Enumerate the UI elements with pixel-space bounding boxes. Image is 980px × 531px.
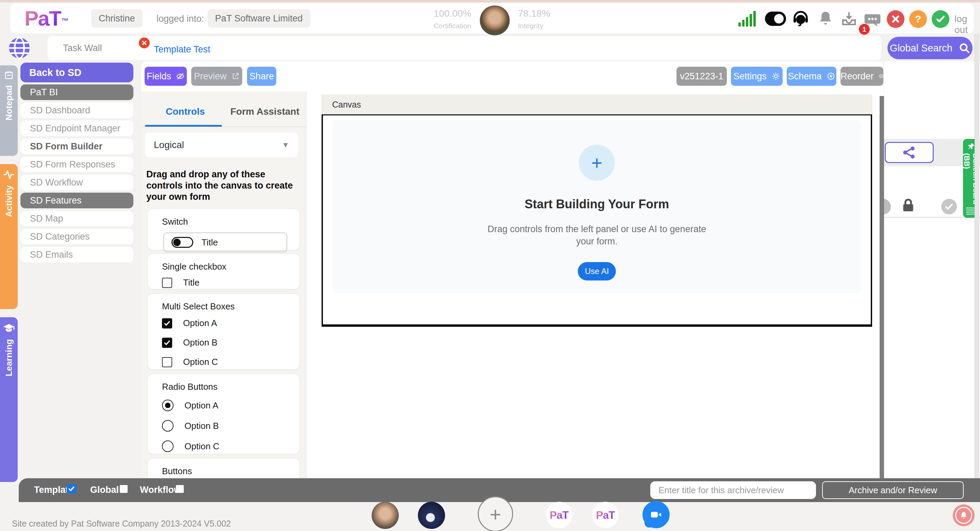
tab-task-wall[interactable]: Task Wall: [63, 43, 102, 53]
sidebar-item-sd-emails[interactable]: SD Emails: [21, 247, 134, 262]
sidebar-item-sd-form-responses[interactable]: SD Form Responses: [21, 156, 134, 172]
eye-icon: [878, 72, 883, 81]
schema-button[interactable]: Schema: [787, 67, 837, 86]
use-ai-button[interactable]: Use AI: [578, 262, 616, 281]
checkbox-checked[interactable]: [162, 318, 172, 328]
workflow-checkbox[interactable]: [176, 485, 184, 493]
back-to-sd-button[interactable]: Back to SD: [21, 63, 134, 82]
edge-tab-notepad[interactable]: Notepad: [0, 65, 18, 156]
certification-label: Certification: [403, 22, 471, 30]
canvas-drop-area[interactable]: + Start Building Your Form Drag controls…: [332, 120, 861, 293]
support-headset-icon[interactable]: [791, 10, 810, 29]
radio-unselected[interactable]: [162, 420, 173, 432]
tab-form-assistant[interactable]: Form Assistant: [231, 106, 299, 117]
tab-controls[interactable]: Controls: [166, 106, 205, 117]
control-card-switch[interactable]: Switch Title: [147, 209, 300, 250]
category-dropdown[interactable]: Logical ▼: [145, 133, 298, 157]
control-card-title: Buttons: [162, 466, 299, 477]
drag-drop-hint: Drag and drop any of these controls into…: [146, 169, 296, 203]
edge-tab-learning[interactable]: Learning: [0, 317, 18, 482]
panel-splitter[interactable]: [880, 96, 884, 478]
checkbox-unchecked[interactable]: [162, 357, 172, 367]
video-chat-button[interactable]: [643, 501, 670, 528]
archive-title-input[interactable]: [650, 481, 816, 499]
global-search-button[interactable]: Global Search: [888, 37, 972, 59]
dark-mode-toggle[interactable]: [765, 11, 786, 26]
close-session-icon[interactable]: [887, 10, 904, 28]
archive-review-button[interactable]: Archive and/or Review: [822, 481, 964, 499]
top-accent-strip: [0, 0, 980, 2]
switch-title-label: Title: [202, 237, 218, 248]
globe-icon[interactable]: [8, 37, 30, 59]
dock-pat-logo-1[interactable]: PaT: [546, 502, 572, 528]
control-card-buttons[interactable]: Buttons: [147, 458, 300, 478]
option-label: Option C: [185, 441, 220, 452]
edge-tab-learning-label: Learning: [4, 339, 14, 376]
background-page-panel: [884, 61, 980, 478]
corner-notification-bell[interactable]: [953, 504, 975, 526]
canvas-subtext: Drag controls from the left panel or use…: [488, 223, 706, 248]
radio-unselected[interactable]: [162, 440, 173, 452]
settings-button[interactable]: Settings: [731, 67, 783, 86]
graduation-cap-icon: [3, 322, 15, 334]
checkbox-unchecked[interactable]: [162, 278, 172, 288]
control-card-title: Switch: [162, 217, 299, 227]
sidebar-item-sd-map[interactable]: SD Map: [21, 211, 134, 226]
add-control-plus-icon[interactable]: +: [579, 145, 615, 181]
logout-link[interactable]: log out: [955, 14, 974, 35]
status-ok-icon[interactable]: [932, 10, 950, 28]
option-label: Option C: [183, 357, 218, 367]
sidebar-item-pat-bi[interactable]: PaT BI: [21, 85, 134, 100]
checkbox-checked[interactable]: [162, 338, 172, 348]
sidebar-item-sd-dashboard[interactable]: SD Dashboard: [21, 102, 134, 118]
signal-bars-icon: [738, 11, 756, 27]
edge-tab-notepad-label: Notepad: [4, 85, 14, 121]
canvas-heading: Start Building Your Form: [525, 197, 669, 211]
video-camera-icon: [649, 508, 663, 521]
notifications-bell-icon[interactable]: [817, 10, 834, 29]
gear-icon: [772, 72, 780, 81]
option-label: Option B: [185, 421, 219, 431]
template-checkbox[interactable]: [67, 484, 76, 494]
dock-add-button[interactable]: +: [478, 496, 513, 531]
switch-toggle[interactable]: [172, 237, 193, 248]
chat-badge: 1: [859, 24, 870, 35]
control-card-title: Radio Buttons: [162, 381, 299, 392]
sidebar-item-sd-categories[interactable]: SD Categories: [21, 229, 134, 244]
workflow-checkbox-label: Workflow: [140, 485, 181, 495]
user-avatar[interactable]: [480, 5, 510, 35]
share-button[interactable]: Share: [247, 67, 276, 86]
sidebar-item-sd-form-builder[interactable]: SD Form Builder: [21, 139, 134, 154]
dock-avatar-astronaut[interactable]: [418, 502, 445, 529]
check-circle-icon: [941, 199, 957, 214]
edge-tab-activity[interactable]: Activity: [0, 164, 18, 309]
close-tab-icon[interactable]: [139, 37, 150, 48]
dock-avatar-1[interactable]: [372, 502, 399, 529]
option-label: Option A: [185, 400, 218, 411]
fields-button[interactable]: Fields: [145, 67, 187, 86]
control-card-radio-buttons[interactable]: Radio Buttons Option A Option B Option C: [147, 374, 300, 454]
external-link-icon: [231, 72, 240, 80]
preview-button[interactable]: Preview: [191, 67, 242, 86]
sidebar-item-sd-endpoint-manager[interactable]: SD Endpoint Manager: [21, 121, 134, 136]
inbox-tray-icon[interactable]: [840, 10, 858, 29]
global-checkbox-label: Global: [90, 485, 119, 495]
sidebar-item-sd-features[interactable]: SD Features: [21, 193, 134, 208]
version-button[interactable]: v251223-1: [676, 67, 727, 86]
reorder-button[interactable]: Reorder: [840, 67, 883, 86]
control-card-single-checkbox[interactable]: Single checkbox Title: [147, 254, 300, 289]
sidebar-item-sd-workflow[interactable]: SD Workflow: [21, 175, 134, 190]
global-checkbox[interactable]: [120, 485, 127, 493]
dock-pat-logo-2[interactable]: PaT: [592, 502, 619, 528]
control-card-multi-select[interactable]: Multi Select Boxes Option A Option B Opt…: [147, 293, 300, 370]
help-icon[interactable]: ?: [909, 10, 927, 28]
integrity-label: Integrity: [518, 22, 586, 30]
tab-template-test[interactable]: Template Test: [154, 44, 210, 55]
radio-selected[interactable]: [162, 400, 173, 411]
chat-icon[interactable]: 1: [863, 10, 882, 30]
certification-value: 100.00%: [403, 8, 471, 19]
background-share-button[interactable]: [885, 142, 934, 163]
page-scrollbar[interactable]: [975, 34, 979, 501]
tabs-divider: [141, 127, 307, 127]
control-card-title: Single checkbox: [162, 262, 299, 272]
